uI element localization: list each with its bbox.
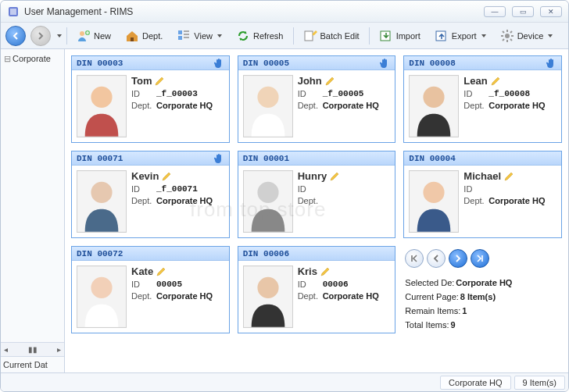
card-header: DIN 00008 [404, 56, 561, 70]
user-id: _f_00071 [156, 184, 198, 195]
chevron-down-icon [481, 34, 486, 37]
dept-label: Dept. [463, 195, 485, 207]
hand-icon [546, 58, 556, 69]
user-name: Lean [463, 75, 487, 87]
page-last-button[interactable] [471, 249, 489, 268]
sidebar-caption: Current Dat [1, 356, 64, 372]
refresh-icon [236, 29, 250, 43]
svg-rect-1 [10, 9, 16, 15]
svg-point-25 [424, 182, 445, 203]
card-din: DIN 00008 [409, 59, 455, 68]
dept-label: Dept. [298, 290, 320, 302]
avatar [409, 75, 459, 137]
pencil-icon[interactable] [320, 267, 330, 276]
nav-dropdown-icon[interactable] [57, 34, 62, 37]
nav-back-button[interactable] [5, 26, 26, 46]
user-card[interactable]: DIN 00005 John ID_f_00005 Dept.Corporate… [238, 55, 396, 143]
view-button[interactable]: View [172, 26, 227, 46]
card-header: DIN 00072 [72, 247, 229, 261]
hand-icon [213, 153, 224, 164]
device-button[interactable]: Device [496, 26, 558, 46]
hand-icon [213, 58, 224, 69]
page-prev-button[interactable] [427, 249, 446, 268]
close-button[interactable]: ✕ [540, 6, 562, 17]
pencil-icon[interactable] [162, 172, 171, 181]
export-icon [435, 29, 449, 43]
svg-point-13 [505, 34, 510, 38]
user-card[interactable]: DIN 00001 Hunry ID Dept. [238, 151, 396, 238]
page-first-button[interactable] [405, 249, 424, 268]
remain-items-value: 1 [462, 306, 467, 315]
pager-panel: Selected De:Corporate HQ Current Page:8 … [403, 246, 562, 333]
dept-label: Dept. [298, 195, 320, 207]
scroll-right-icon[interactable]: ▸ [57, 345, 61, 354]
export-button[interactable]: Export [430, 26, 491, 46]
user-dept: Corporate HQ [323, 290, 379, 302]
card-din: DIN 00072 [77, 249, 123, 258]
avatar [243, 75, 293, 137]
user-id: 00005 [156, 279, 182, 290]
selected-dept-value: Corporate HQ [456, 278, 512, 287]
scroll-thumb-icon[interactable]: ▮▮ [28, 345, 38, 354]
scroll-left-icon[interactable]: ◂ [4, 345, 8, 354]
page-next-button[interactable] [449, 249, 467, 268]
dept-button[interactable]: Dept. [120, 26, 167, 46]
pencil-icon[interactable] [155, 77, 164, 86]
user-name: Kate [131, 265, 153, 277]
remain-items-label: Remain Items: [405, 306, 460, 315]
svg-rect-8 [184, 34, 189, 35]
pencil-icon[interactable] [156, 267, 166, 276]
dept-label: Dept. [131, 290, 153, 302]
user-name: Tom [131, 75, 152, 87]
new-button[interactable]: New [72, 26, 116, 46]
id-label: ID [131, 88, 153, 100]
avatar [77, 75, 127, 137]
avatar [243, 170, 293, 233]
id-label: ID [298, 184, 320, 195]
nav-forward-button[interactable] [30, 26, 51, 46]
user-card[interactable]: DIN 00004 Michael ID Dept.Corporate HQ [403, 151, 562, 238]
hand-icon [379, 58, 390, 69]
svg-rect-7 [184, 30, 189, 32]
user-card[interactable]: DIN 00072 Kate ID00005 Dept.Corporate HQ [71, 246, 230, 333]
maximize-button[interactable]: ▭ [512, 6, 534, 17]
user-dept: Corporate HQ [156, 100, 213, 112]
id-label: ID [463, 88, 485, 100]
card-header: DIN 00071 [72, 151, 229, 166]
card-header: DIN 00006 [238, 247, 395, 261]
user-new-icon [77, 29, 91, 43]
pencil-icon[interactable] [330, 172, 339, 181]
batch-edit-button[interactable]: Batch Edit [299, 26, 364, 46]
batch-edit-label: Batch Edit [320, 31, 360, 41]
id-label: ID [463, 184, 485, 195]
view-label: View [194, 31, 213, 41]
refresh-button[interactable]: Refresh [231, 26, 288, 46]
view-icon [177, 29, 191, 43]
user-id: _f_00005 [323, 88, 364, 100]
chevron-down-icon [548, 34, 553, 37]
pencil-icon[interactable] [504, 172, 514, 181]
user-id: 00006 [323, 279, 349, 290]
svg-point-21 [91, 182, 112, 203]
user-id: _f_00003 [156, 88, 198, 100]
gear-icon [500, 29, 514, 43]
user-name: Kris [298, 265, 317, 277]
user-card[interactable]: DIN 00006 Kris ID00006 Dept.Corporate HQ [238, 246, 396, 333]
tree-scrollbar[interactable]: ◂ ▮▮ ▸ [1, 342, 64, 356]
user-name: John [298, 75, 322, 87]
user-card[interactable]: DIN 00008 Lean ID_f_00008 Dept.Corporate… [403, 55, 562, 143]
dept-tree[interactable]: Corporate [1, 49, 64, 342]
user-card[interactable]: DIN 00071 Kevin ID_f_00071 Dept.Corporat… [71, 151, 230, 238]
pencil-icon[interactable] [491, 77, 500, 86]
import-button[interactable]: Import [374, 26, 425, 46]
tree-node-corporate[interactable]: Corporate [2, 51, 63, 67]
svg-rect-6 [178, 36, 182, 40]
batch-edit-icon [303, 29, 317, 43]
user-card[interactable]: DIN 00003 Tom ID_f_00003 Dept.Corporate … [71, 55, 230, 143]
chevron-down-icon [217, 34, 222, 37]
minimize-button[interactable]: — [484, 6, 506, 17]
card-header: DIN 00004 [404, 151, 561, 166]
pencil-icon[interactable] [325, 77, 335, 86]
svg-point-23 [257, 182, 278, 203]
total-items-value: 9 [451, 320, 456, 330]
